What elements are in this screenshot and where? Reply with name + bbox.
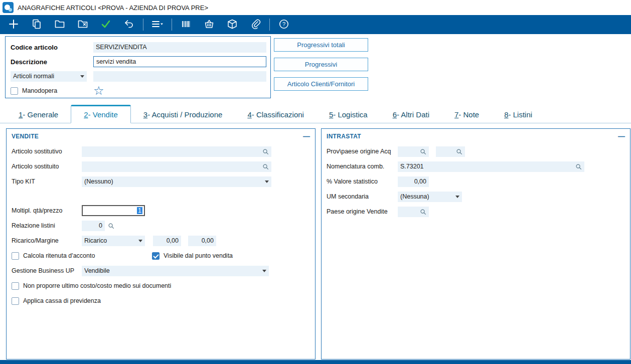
tab-generale[interactable]: 1 - Generale bbox=[6, 106, 71, 123]
tab-label: - Note bbox=[458, 110, 479, 119]
delete-folder-button[interactable] bbox=[71, 17, 94, 33]
duplicate-button[interactable] bbox=[25, 17, 48, 33]
visibile-pdv-checkbox[interactable] bbox=[152, 252, 160, 260]
non-proporre-checkbox[interactable] bbox=[12, 282, 19, 290]
form-row: Calcola ritenuta d'acconto Visibile dal … bbox=[7, 248, 315, 263]
undo-button[interactable] bbox=[117, 17, 140, 33]
moltiplicatore-input[interactable]: 1 bbox=[82, 205, 145, 216]
plus-icon bbox=[8, 19, 19, 31]
progressivi-totali-button[interactable]: Progressivi totali bbox=[274, 38, 368, 52]
search-icon[interactable] bbox=[456, 148, 462, 155]
tipo-articolo-select[interactable]: Articoli normali bbox=[11, 71, 87, 82]
tab-vendite[interactable]: 2 - Vendite bbox=[71, 105, 131, 123]
visibile-pdv-group: Visibile dal punto vendita bbox=[152, 252, 233, 260]
relazione-listini-field[interactable]: 0 bbox=[82, 221, 105, 231]
barcode-icon bbox=[181, 19, 192, 31]
header-actions: Progressivi totali Progressivi Articolo … bbox=[274, 38, 368, 91]
ricarico-pct1-field[interactable]: 0,00 bbox=[153, 236, 181, 246]
package-box-icon bbox=[227, 19, 238, 31]
manodopera-label: Manodopera bbox=[22, 87, 57, 94]
tipo-articolo-extra-field[interactable] bbox=[93, 71, 266, 82]
form-row: % Valore statistico 0,00 bbox=[322, 174, 630, 189]
form-row: Ricarico/Margine Ricarico 0,00 0,00 bbox=[7, 233, 315, 248]
check-icon bbox=[100, 19, 111, 31]
tab-note[interactable]: 7 - Note bbox=[442, 106, 492, 123]
tab-number: 7 bbox=[454, 110, 458, 119]
um-secondaria-select[interactable]: (Nessuna) bbox=[398, 192, 462, 202]
tab-label: - Generale bbox=[23, 110, 58, 119]
codice-articolo-field[interactable]: SERVIZIVENDITA bbox=[93, 42, 266, 53]
tab-label: - Altri Dati bbox=[397, 110, 429, 119]
moltiplicatore-label: Moltipl. qtà/prezzo bbox=[12, 207, 82, 214]
intrastat-collapse-button[interactable]: — bbox=[618, 134, 625, 139]
articolo-clienti-fornitori-button[interactable]: Articolo Clienti/Fornitori bbox=[274, 77, 368, 91]
barcode-button[interactable] bbox=[175, 17, 198, 33]
articolo-sostituito-field[interactable] bbox=[82, 161, 271, 172]
tab-listini[interactable]: 8 - Listini bbox=[492, 106, 545, 123]
help-icon: ? bbox=[278, 19, 289, 31]
status-bar bbox=[0, 360, 631, 364]
applica-cassa-checkbox[interactable] bbox=[12, 297, 19, 305]
search-icon[interactable] bbox=[420, 209, 426, 215]
ricarico-margine-select[interactable]: Ricarico bbox=[82, 236, 145, 246]
descrizione-label: Descrizione bbox=[11, 58, 87, 66]
calcola-ritenuta-checkbox[interactable] bbox=[12, 252, 19, 260]
tab-logistica[interactable]: 5 - Logistica bbox=[317, 106, 380, 123]
confirm-button[interactable] bbox=[94, 17, 117, 33]
vendite-group-title: VENDITE bbox=[12, 133, 39, 140]
search-icon[interactable] bbox=[262, 148, 269, 155]
star-icon[interactable]: ☆ bbox=[93, 86, 104, 96]
open-folder-button[interactable] bbox=[48, 17, 71, 33]
new-button[interactable] bbox=[2, 17, 25, 33]
search-icon[interactable] bbox=[420, 148, 426, 155]
hamburger-menu-icon bbox=[151, 19, 164, 31]
search-icon[interactable] bbox=[262, 163, 269, 170]
tab-acquisti-produzione[interactable]: 3 - Acquisti / Produzione bbox=[131, 106, 235, 123]
form-row: Paese origine Vendite bbox=[322, 204, 630, 219]
attachment-button[interactable] bbox=[244, 17, 267, 33]
row-spacer bbox=[7, 189, 315, 203]
tab-label: - Classificazioni bbox=[252, 110, 304, 119]
form-row: Applica cassa di previdenza bbox=[7, 293, 315, 308]
articolo-sostituito-label: Articolo sostituito bbox=[12, 163, 82, 170]
toolbar-separator bbox=[143, 19, 143, 31]
basket-button[interactable] bbox=[198, 17, 221, 33]
title-bar: ANAGRAFICHE ARTICOLI <PROVA - AZIENDA DI… bbox=[0, 0, 631, 15]
undo-arrow-icon bbox=[123, 19, 134, 31]
articolo-sostitutivo-label: Articolo sostitutivo bbox=[12, 148, 82, 155]
prov-origine-field-1[interactable] bbox=[398, 146, 429, 157]
valore-statistico-label: % Valore statistico bbox=[327, 178, 398, 185]
package-button[interactable] bbox=[221, 17, 244, 33]
progressivi-button[interactable]: Progressivi bbox=[274, 58, 368, 71]
tipo-kit-select[interactable]: (Nessuno) bbox=[82, 176, 271, 187]
search-icon[interactable] bbox=[575, 163, 582, 170]
tab-label: - Acquisti / Produzione bbox=[147, 110, 222, 119]
applica-cassa-group: Applica cassa di previdenza bbox=[12, 297, 101, 305]
valore-statistico-field[interactable]: 0,00 bbox=[398, 176, 429, 187]
nomenclatura-field[interactable]: S.73201 bbox=[398, 161, 584, 172]
open-folder-icon bbox=[54, 19, 65, 31]
tab-classificazioni[interactable]: 4 - Classificazioni bbox=[235, 106, 317, 123]
menu-button[interactable] bbox=[146, 17, 169, 33]
paese-origine-vendite-field[interactable] bbox=[398, 207, 429, 217]
nomenclatura-label: Nomenclatura comb. bbox=[327, 163, 398, 170]
tab-number: 4 bbox=[247, 110, 251, 119]
descrizione-input[interactable] bbox=[93, 56, 266, 67]
toolbar-separator bbox=[269, 19, 270, 31]
tab-altri-dati[interactable]: 6 - Altri Dati bbox=[380, 106, 442, 123]
chevron-down-icon bbox=[262, 270, 266, 272]
calcola-ritenuta-group: Calcola ritenuta d'acconto bbox=[12, 252, 152, 260]
tab-label: - Listini bbox=[509, 110, 533, 119]
search-icon[interactable] bbox=[108, 223, 114, 229]
articolo-sostitutivo-field[interactable] bbox=[82, 146, 271, 157]
tipo-kit-label: Tipo KIT bbox=[12, 178, 82, 185]
ricarico-pct2-field[interactable]: 0,00 bbox=[188, 236, 216, 246]
gestione-bup-select[interactable]: Vendibile bbox=[82, 266, 269, 276]
applica-cassa-label: Applica cassa di previdenza bbox=[23, 297, 101, 304]
intrastat-rows: Prov\paese origine Acq Nomenclatura comb… bbox=[322, 141, 630, 219]
vendite-collapse-button[interactable]: — bbox=[303, 134, 310, 139]
form-row: Tipo KIT (Nessuno) bbox=[7, 174, 315, 189]
prov-origine-field-2[interactable] bbox=[436, 146, 465, 157]
help-button[interactable]: ? bbox=[272, 17, 295, 33]
manodopera-checkbox[interactable] bbox=[11, 87, 18, 95]
